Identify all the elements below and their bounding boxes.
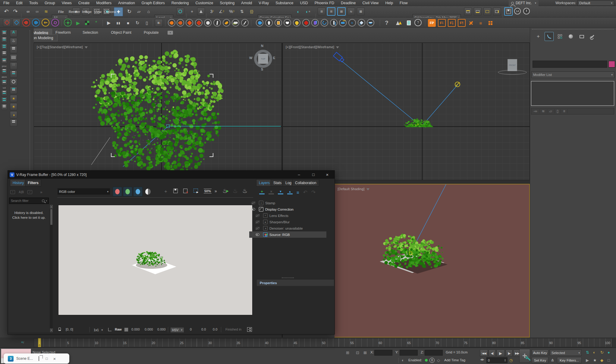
history-scrollbar[interactable]: ▲ ▼ — [50, 205, 53, 332]
minimize-button[interactable]: – — [292, 171, 306, 179]
menu-usd[interactable]: USD — [297, 1, 311, 5]
forest-library-icon[interactable] — [405, 19, 413, 27]
next-tool-icon[interactable]: ▶ — [586, 358, 589, 362]
pan-hand-icon[interactable]: ◐ — [593, 350, 596, 355]
taskbar-preview-popup[interactable]: 3 Scene E... □ × — [4, 353, 69, 364]
tab-object-paint[interactable]: Object Paint — [107, 29, 135, 36]
sim-play-button[interactable]: ▶ — [105, 19, 113, 27]
vfb-title-bar[interactable]: V V-Ray Frame Buffer - [50.0% of 1280 x … — [8, 171, 335, 179]
layer-row-denoiser[interactable]: ◑ Denoiser: unavailable — [249, 225, 326, 231]
add-layer-icon[interactable]: + — [259, 190, 265, 194]
clock-icon[interactable] — [523, 8, 530, 14]
preset-waves-icon[interactable]: ≈ — [348, 19, 356, 27]
search-icon[interactable] — [42, 199, 45, 202]
voxel-tuner-icon[interactable] — [51, 19, 59, 27]
history-more-icon[interactable]: » — [40, 190, 42, 194]
sim-list-button[interactable]: ≡▪ — [155, 19, 163, 27]
previous-frame-button[interactable]: ◀| — [489, 350, 496, 357]
cv-surface-icon[interactable] — [10, 79, 17, 86]
grid-helper-icon[interactable] — [10, 54, 17, 61]
preset-beer-icon[interactable] — [275, 19, 282, 27]
pixel-probe-icon[interactable] — [58, 328, 61, 331]
key-filters-button[interactable]: Key Filters... — [557, 357, 582, 363]
select-and-manipulate-button[interactable]: + — [188, 8, 196, 15]
make-unique-icon[interactable]: ▱ — [547, 109, 555, 113]
x-coordinate-field[interactable] — [374, 350, 392, 356]
close-button[interactable]: × — [321, 171, 334, 179]
zoom-extents-icon[interactable]: ● — [608, 350, 610, 355]
time-tag-icon[interactable]: ◇ — [437, 358, 440, 362]
auto-key-button[interactable]: Auto Key — [532, 350, 548, 356]
menu-arnold[interactable]: Arnold — [238, 1, 255, 5]
viewport-front-label[interactable]: [+][Front][Standard][Wireframe] — [286, 45, 339, 49]
percent-snap-toggle-icon[interactable]: %? — [228, 8, 236, 15]
menu-graph-editors[interactable]: Graph Editors — [138, 1, 168, 5]
tab-populate[interactable]: Populate — [140, 29, 162, 36]
field-of-view-icon[interactable]: ◆ — [600, 358, 603, 362]
menu-edit[interactable]: Edit — [13, 1, 26, 5]
compass-west[interactable]: W — [249, 56, 252, 60]
curve-editor-button[interactable]: ≈ — [347, 8, 355, 15]
preset-smoke-icon[interactable] — [204, 19, 212, 27]
sim-pause-button[interactable]: ▮▮ — [115, 19, 122, 27]
menu-customize[interactable]: Customize — [192, 1, 216, 5]
maximize-button[interactable]: □ — [307, 171, 320, 179]
procedural-tools-icon[interactable] — [1, 68, 7, 74]
preset-water-drop-icon[interactable] — [256, 19, 263, 27]
mirror-button[interactable]: {|} — [248, 8, 256, 15]
layer-row-lens-effects[interactable]: * Lens Effects — [249, 212, 326, 219]
fire-source-icon[interactable] — [22, 19, 30, 27]
vfb-menu-options[interactable]: Options — [104, 10, 116, 14]
render-production-button[interactable] — [493, 8, 501, 15]
play-animation-button[interactable]: ▶ — [496, 350, 505, 357]
vfb-tab-stats[interactable]: Stats — [271, 179, 284, 187]
forest-tools-icon[interactable] — [467, 19, 475, 27]
viewport-compass[interactable]: TOP — [254, 50, 272, 68]
workspace-dropdown[interactable]: Default ▾ — [577, 0, 614, 6]
render-scene-icon[interactable]: ♨ — [242, 187, 247, 194]
load-layers-icon[interactable]: ▲ — [287, 190, 293, 194]
rendered-frame-window-button[interactable] — [483, 8, 491, 15]
red-channel-button[interactable] — [113, 187, 122, 196]
save-layers-icon[interactable]: ▼ — [278, 190, 283, 194]
save-scene-button[interactable] — [504, 8, 512, 15]
preset-blood-icon[interactable] — [302, 19, 310, 27]
layer-row-sharpen-blur[interactable]: ▲ Sharpen/Blur — [249, 219, 326, 225]
preset-boat-icon[interactable] — [367, 19, 374, 27]
preset-ink-icon[interactable] — [241, 19, 249, 27]
user-account-menu[interactable]: DEFT Inc. ▾ — [509, 0, 539, 6]
menu-substance[interactable]: Substance — [272, 1, 297, 5]
volume-tools-icon[interactable] — [1, 90, 7, 96]
preset-candle-icon[interactable] — [223, 19, 230, 27]
forest-liv-button[interactable]: FLIV — [438, 19, 446, 27]
menu-phoenix-fd[interactable]: Phoenix FD — [311, 1, 338, 5]
layer-row-stamp[interactable]: i Stamp — [249, 200, 326, 206]
alpha-channel-button[interactable] — [145, 189, 151, 195]
schematic-view-button[interactable]: ⊠ — [357, 8, 365, 15]
delete-layer-icon[interactable]: × — [269, 190, 274, 194]
menu-flow[interactable]: Flow — [396, 1, 411, 5]
bind-to-space-warp-icon[interactable]: ≋ — [42, 8, 50, 15]
select-and-place-button[interactable]: ⌂ — [145, 8, 152, 15]
y-coordinate-field[interactable] — [400, 350, 418, 356]
menu-animation[interactable]: Animation — [115, 1, 138, 5]
preset-cigarette-smoke-icon[interactable] — [213, 19, 221, 27]
restore-window-icon[interactable] — [35, 356, 43, 361]
spacing-tool-icon[interactable] — [10, 87, 17, 94]
panel-drag-handle[interactable] — [532, 29, 614, 30]
hierarchy-tab[interactable] — [555, 32, 564, 41]
scene-explorer-icon[interactable] — [1, 37, 7, 43]
toggle-layer-explorer-button[interactable]: ≡ — [327, 8, 335, 15]
green-channel-button[interactable] — [123, 187, 132, 196]
vray-liquid-helper-icon[interactable] — [13, 19, 20, 27]
menu-vray[interactable]: V-Ray — [255, 1, 272, 5]
character-icon[interactable] — [10, 46, 17, 53]
filter-icon[interactable] — [366, 188, 369, 190]
region-render-icon[interactable]: ► — [193, 189, 198, 193]
menu-help[interactable]: Help — [382, 1, 396, 5]
layers-undo-icon[interactable]: ↶ — [303, 189, 307, 196]
maximize-window-icon[interactable]: □ — [43, 356, 51, 361]
motion-tab[interactable] — [566, 32, 575, 41]
menu-group[interactable]: Group — [41, 1, 58, 5]
display-tab[interactable] — [577, 32, 586, 41]
